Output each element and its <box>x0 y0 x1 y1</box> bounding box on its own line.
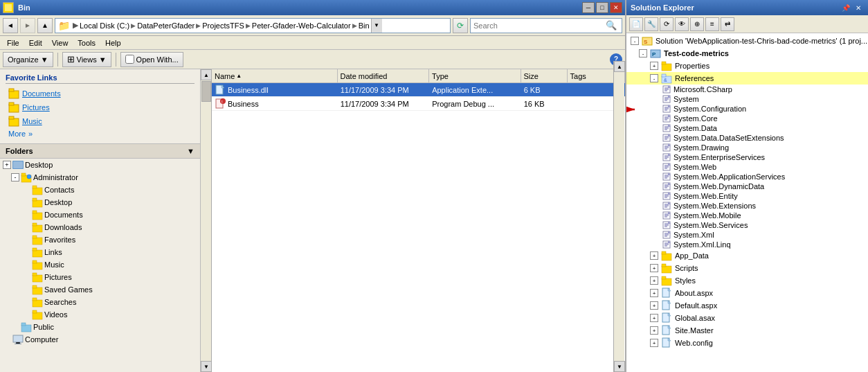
menu-file[interactable]: File <box>3 37 24 48</box>
documents-link[interactable]: Documents <box>6 87 195 100</box>
path-dropdown-btn[interactable]: ▼ <box>371 19 382 33</box>
sol-expand-solution[interactable]: - <box>631 37 639 45</box>
sol-expand-references[interactable]: - <box>650 74 658 82</box>
sol-item-appdata[interactable]: + App_Data <box>626 249 868 262</box>
sol-item-scripts[interactable]: + Scripts <box>626 262 868 274</box>
minimize-button[interactable]: ─ <box>582 2 595 13</box>
sol-expand-webconfig[interactable]: + <box>650 339 658 347</box>
sol-ref-11[interactable]: System.Web.Entity <box>626 191 868 201</box>
sol-ref-1[interactable]: System <box>626 94 868 104</box>
sol-expand-appdata[interactable]: + <box>650 251 658 260</box>
open-with-checkbox[interactable] <box>125 55 134 64</box>
tree-item-desktop2[interactable]: Desktop <box>0 196 200 209</box>
solution-close-btn[interactable]: ✕ <box>853 2 864 13</box>
views-button[interactable]: ⊞ Views ▼ <box>62 52 111 67</box>
tree-item-downloads[interactable]: Downloads <box>0 221 200 233</box>
tree-item-public[interactable]: Public <box>0 321 200 333</box>
sol-tool-filter[interactable]: ⊕ <box>690 17 704 31</box>
file-row-1[interactable]: ! Business 11/17/2009 3:34 PM Program De… <box>212 97 625 111</box>
tree-expand-desktop[interactable]: + <box>3 161 11 169</box>
sol-ref-0[interactable]: Microsoft.CSharp <box>626 85 868 94</box>
sol-ref-12[interactable]: System.Web.Extensions <box>626 201 868 211</box>
tree-item-favorites[interactable]: Favorites <box>0 233 200 246</box>
sol-ref-14[interactable]: System.Web.Services <box>626 220 868 230</box>
sol-item-defaultaspx[interactable]: + Default.aspx <box>626 299 868 312</box>
sol-item-sitemaster[interactable]: + Site.Master <box>626 324 868 337</box>
sol-item-properties[interactable]: + Properties <box>626 60 868 72</box>
menu-tools[interactable]: Tools <box>73 37 100 48</box>
col-date-header[interactable]: Date modified <box>338 69 429 82</box>
tree-item-contacts[interactable]: Contacts <box>0 184 200 196</box>
music-link[interactable]: Music <box>6 114 195 128</box>
col-type-header[interactable]: Type <box>429 69 521 82</box>
sol-expand-scripts[interactable]: + <box>650 264 658 272</box>
tree-item-videos[interactable]: Videos <box>0 308 200 321</box>
open-with-button[interactable]: Open With... <box>120 52 183 67</box>
sol-item-references[interactable]: - & References <box>626 72 868 85</box>
search-input[interactable] <box>473 21 602 30</box>
sol-item-webconfig[interactable]: + Web.config <box>626 337 868 349</box>
sol-tool-prop[interactable]: 🔧 <box>644 17 658 31</box>
sol-item-globalasax[interactable]: + Global.asax <box>626 312 868 324</box>
scroll-thumb[interactable] <box>201 81 211 102</box>
sol-item-solution[interactable]: - S Solution 'WebApplication-test-Chris-… <box>626 35 868 47</box>
sol-ref-9[interactable]: System.Web.ApplicationServices <box>626 172 868 181</box>
sol-expand-styles[interactable]: + <box>650 276 658 285</box>
refresh-button[interactable]: ⟳ <box>453 18 468 33</box>
more-link[interactable]: More » <box>6 128 195 139</box>
col-size-header[interactable]: Size <box>521 69 568 82</box>
sol-expand-globalasax[interactable]: + <box>650 314 658 322</box>
sol-ref-3[interactable]: System.Core <box>626 114 868 123</box>
sol-ref-4[interactable]: System.Data <box>626 123 868 133</box>
menu-view[interactable]: View <box>48 37 73 48</box>
sol-item-project[interactable]: - P Test-code-metrics <box>626 47 868 60</box>
tree-item-documents2[interactable]: Documents <box>0 209 200 221</box>
tree-expand-administrator[interactable]: - <box>11 173 19 181</box>
sol-expand-properties[interactable]: + <box>650 62 658 70</box>
sol-item-aboutaspx[interactable]: + About.aspx <box>626 287 868 299</box>
sol-ref-5[interactable]: System.Data.DataSetExtensions <box>626 133 868 143</box>
sol-expand-aboutaspx[interactable]: + <box>650 289 658 297</box>
col-name-header[interactable]: Name ▲ <box>212 69 338 82</box>
tree-item-links[interactable]: Links <box>0 246 200 258</box>
tree-item-music2[interactable]: Music <box>0 258 200 271</box>
sol-ref-8[interactable]: System.Web <box>626 162 868 172</box>
sol-ref-10[interactable]: System.Web.DynamicData <box>626 181 868 191</box>
tree-item-desktop[interactable]: + Desktop <box>0 159 200 171</box>
menu-help[interactable]: Help <box>101 37 125 48</box>
sol-expand-defaultaspx[interactable]: + <box>650 301 658 310</box>
scroll-down-btn[interactable]: ▼ <box>201 361 212 372</box>
main-scroll-down[interactable]: ▼ <box>614 361 625 372</box>
sol-tool-showall[interactable]: 👁 <box>675 17 689 31</box>
sol-expand-project[interactable]: - <box>639 49 647 57</box>
sol-tool-nested[interactable]: ≡ <box>705 17 719 31</box>
tree-item-administrator[interactable]: - Administrator <box>0 171 200 184</box>
menu-edit[interactable]: Edit <box>25 37 46 48</box>
back-button[interactable]: ◄ <box>3 18 18 33</box>
sol-ref-15[interactable]: System.Xml <box>626 230 868 240</box>
tree-item-computer[interactable]: Computer <box>0 333 200 346</box>
sol-item-styles[interactable]: + Styles <box>626 274 868 287</box>
file-row-0[interactable]: Business.dll 11/17/2009 3:34 PM Applicat… <box>212 83 625 97</box>
tree-item-savedgames[interactable]: Saved Games <box>0 283 200 296</box>
sol-ref-16[interactable]: System.Xml.Linq <box>626 240 868 249</box>
tree-item-pictures2[interactable]: Pictures <box>0 271 200 283</box>
folders-collapse-icon[interactable]: ▼ <box>187 147 195 155</box>
forward-button[interactable]: ► <box>20 18 35 33</box>
sol-tool-new[interactable]: 📄 <box>629 17 643 31</box>
search-button[interactable]: 🔍 <box>604 18 619 33</box>
sol-tool-sync[interactable]: ⇄ <box>721 17 734 31</box>
close-button[interactable]: ✕ <box>610 2 622 13</box>
pictures-link[interactable]: Pictures <box>6 100 195 114</box>
solution-pin-btn[interactable]: 📌 <box>840 2 851 13</box>
sol-tool-refresh[interactable]: ⟳ <box>660 17 673 31</box>
organize-button[interactable]: Organize ▼ <box>3 52 53 67</box>
sol-expand-sitemaster[interactable]: + <box>650 326 658 335</box>
sol-ref-13[interactable]: System.Web.Mobile <box>626 211 868 220</box>
main-scroll-up[interactable]: ▲ <box>614 61 625 72</box>
address-path[interactable]: 📁 ▶ Local Disk (C:) ▶ DataPeterGfader ▶ … <box>55 18 451 33</box>
sol-ref-2[interactable]: System.Configuration <box>626 104 868 114</box>
sol-ref-6[interactable]: System.Drawing <box>626 143 868 152</box>
tree-item-searches[interactable]: Searches <box>0 296 200 308</box>
up-button[interactable]: ▲ <box>37 18 53 33</box>
